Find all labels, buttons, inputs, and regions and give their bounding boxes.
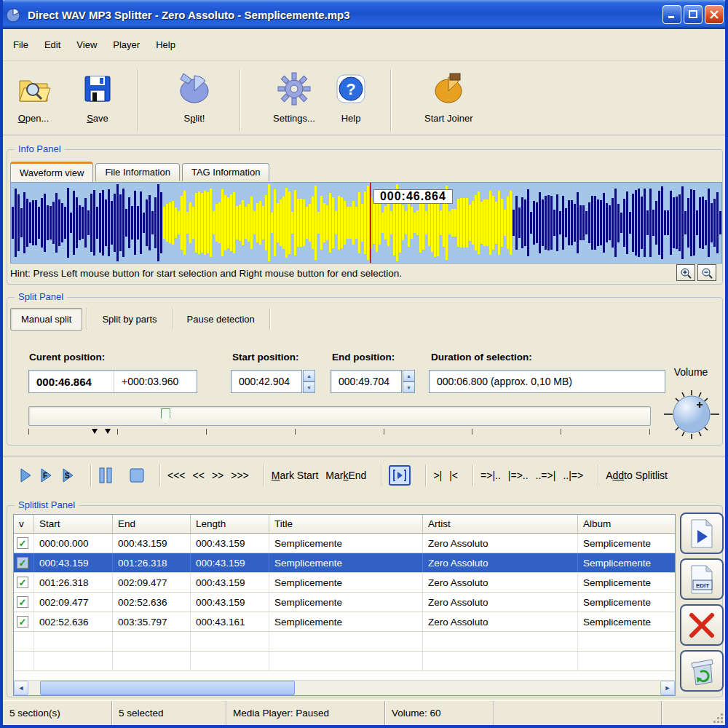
jump-to-start-button[interactable]: |< [449,470,458,481]
seek-forward-fast-button[interactable]: >>> [231,470,249,481]
scroll-left-icon[interactable]: ◄ [14,681,28,695]
hint-row: Hint: Press Left mouse button for start … [10,264,722,282]
edit-item-button[interactable]: EDIT [680,558,724,600]
waveform-display[interactable]: 000:46.864 [10,182,722,264]
snap-cursor-to-start-button[interactable]: ..|=> [563,470,583,481]
seek-back-button[interactable]: << [193,470,205,481]
waveform-bar [635,190,637,256]
delete-item-button[interactable] [680,604,724,646]
play-slow-button[interactable]: S [61,467,76,483]
scrollbar-thumb[interactable] [40,681,295,695]
zoom-out-button[interactable] [697,264,716,281]
waveform-bar [579,205,582,240]
column-artist[interactable]: Artist [423,515,578,533]
play-fade-button[interactable]: F [39,467,54,483]
spin-down-icon[interactable]: ▼ [403,381,415,393]
stop-button[interactable] [129,467,145,483]
cell-end: 000:43.159 [113,534,191,553]
slider-thumb[interactable] [161,408,170,424]
column-check[interactable]: v [14,515,34,533]
split-button[interactable]: Split! [171,68,218,124]
column-start[interactable]: Start [34,515,113,533]
mark-start-button[interactable]: Mark Start [272,470,319,481]
play-selection-button[interactable] [389,465,411,486]
add-to-splitlist-button[interactable]: Add to Splitlist [606,470,668,481]
menu-file[interactable]: File [7,36,34,53]
tab-tag-information[interactable]: TAG Information [182,163,269,181]
volume-knob[interactable] [662,384,721,443]
start-position-value: 000:42.904 [232,376,297,387]
title-bar[interactable]: Direct WAV MP3 Splitter - Zero Assoluto … [0,0,728,29]
waveform-bar [349,207,352,239]
tab-manual-split[interactable]: Manual split [10,308,82,331]
open-button[interactable]: Open... [10,68,57,124]
column-title[interactable]: Title [269,515,423,533]
row-checkbox[interactable]: ✓ [17,596,28,608]
spin-up-icon[interactable]: ▲ [303,370,315,381]
end-position-field[interactable]: 000:49.704 [331,370,402,393]
help-button[interactable]: ? Help [328,68,374,124]
waveform-bar [326,205,328,241]
start-position-spinner[interactable]: ▲ ▼ [303,370,315,393]
tab-split-by-parts[interactable]: Split by parts [92,309,167,330]
scroll-right-icon[interactable]: ► [660,681,675,695]
app-window: Direct WAV MP3 Splitter - Zero Assoluto … [0,0,728,728]
splitlist-row[interactable]: ✓002:52.636003:35.797000:43.161Semplicem… [14,612,675,632]
menu-view[interactable]: View [71,36,103,53]
row-checkbox[interactable]: ✓ [17,577,28,588]
minimize-button[interactable] [662,5,681,24]
menu-edit[interactable]: Edit [39,36,66,53]
column-length[interactable]: Length [191,515,269,533]
row-checkbox[interactable]: ✓ [17,537,28,549]
waveform-bar [35,200,37,245]
close-button[interactable] [705,5,724,24]
start-joiner-button[interactable]: Start Joiner [424,68,472,124]
splitlist-row[interactable]: ✓002:09.477002:52.636000:43.159Semplicem… [14,593,675,612]
splitlist-row[interactable]: ✓000:43.159001:26.318000:43.159Semplicem… [14,553,675,573]
seek-forward-button[interactable]: >> [212,470,223,481]
play-button[interactable] [19,467,32,483]
seek-back-fast-button[interactable]: <<< [167,470,186,481]
play-item-button[interactable] [680,513,724,554]
horizontal-scrollbar[interactable]: ◄ ► [14,680,675,695]
waveform-bar [285,188,288,258]
waveform-bar [183,191,186,254]
clear-list-button[interactable] [680,650,724,692]
tab-waveform-view[interactable]: Waveform view [10,162,93,182]
waveform-bar [361,204,363,242]
snap-end-to-cursor-button[interactable]: ..=>| [536,470,556,481]
snap-cursor-to-end-button[interactable]: =>|.. [480,470,501,481]
spin-down-icon[interactable]: ▼ [303,381,315,393]
maximize-button[interactable] [684,5,703,24]
tab-pause-detection[interactable]: Pause detection [177,309,265,330]
waveform-bar [242,200,244,245]
snap-start-to-cursor-button[interactable]: |=>.. [508,470,529,481]
waveform-bar [29,202,31,242]
splitlist-row[interactable]: ✓000:00.000000:43.159000:43.159Semplicem… [14,534,675,553]
end-position-spinner[interactable]: ▲ ▼ [403,370,415,393]
waveform-bar [486,199,488,245]
waveform-bar [547,195,550,250]
zoom-in-button[interactable] [676,264,695,281]
settings-button[interactable]: Settings... [271,68,317,124]
column-album[interactable]: Album [578,515,675,533]
menu-help[interactable]: Help [150,36,181,53]
position-slider[interactable] [28,406,651,426]
menu-player[interactable]: Player [107,36,146,53]
mark-end-button[interactable]: Mark End [325,470,366,481]
jump-to-end-button[interactable]: >| [433,470,442,481]
start-position-field[interactable]: 000:42.904 [231,370,302,393]
splitlist-row[interactable]: ✓001:26.318002:09.477000:43.159Semplicem… [14,573,675,593]
waveform-bar [146,199,148,247]
waveform-bar [498,191,500,254]
save-button[interactable]: Save [74,68,121,124]
pause-button[interactable] [98,467,113,484]
spin-up-icon[interactable]: ▲ [403,370,415,381]
row-checkbox[interactable]: ✓ [17,557,28,569]
resize-grip[interactable] [713,713,724,724]
tab-file-information[interactable]: File Information [95,163,180,181]
waveform-bar [82,207,84,238]
waveform-bar [47,205,49,240]
column-end[interactable]: End [113,515,191,533]
row-checkbox[interactable]: ✓ [17,616,28,628]
